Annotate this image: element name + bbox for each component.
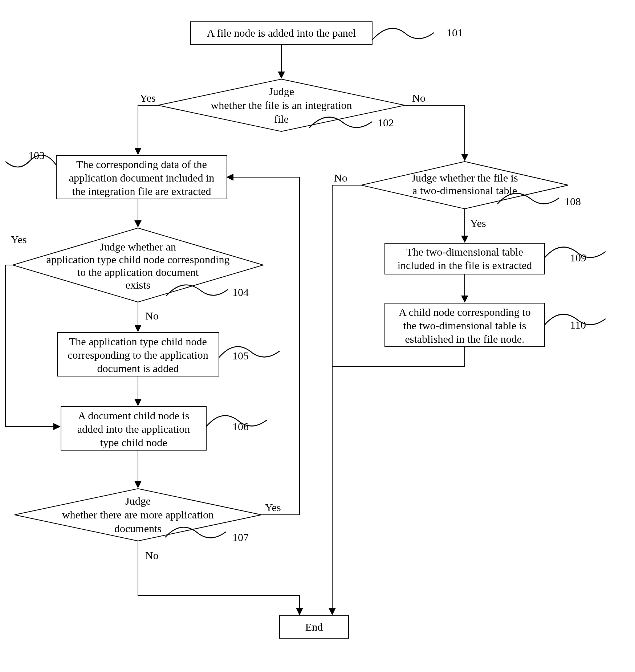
ref-104: 104 <box>232 286 249 298</box>
node-109-l2: included in the file is extracted <box>398 259 532 271</box>
node-104-l2: application type child node correspondin… <box>46 253 230 265</box>
label-108-no: No <box>334 172 347 184</box>
arrow-110-end <box>332 347 465 367</box>
node-106-l2: added into the application <box>77 423 190 435</box>
node-105-l1: The application type child node <box>69 335 207 347</box>
label-104-no: No <box>145 310 159 322</box>
node-104-l3: to the application document <box>77 266 199 278</box>
label-108-yes: Yes <box>470 217 486 229</box>
node-105: The application type child node correspo… <box>57 333 219 376</box>
ref-107: 107 <box>232 531 249 543</box>
flowchart: A file node is added into the panel 101 … <box>0 0 635 672</box>
node-end: End <box>280 616 349 638</box>
node-109: The two-dimensional table included in th… <box>385 243 545 274</box>
ref-106: 106 <box>232 420 249 432</box>
arrow-102-108 <box>405 105 465 160</box>
arrow-107-end <box>138 541 300 615</box>
label-107-yes: Yes <box>265 501 281 513</box>
node-106-l3: type child node <box>100 436 167 448</box>
ref-105: 105 <box>232 350 249 362</box>
node-102-l1: Judge <box>269 85 294 97</box>
callout-105 <box>219 347 280 358</box>
node-103: The corresponding data of the applicatio… <box>56 155 227 199</box>
node-108-l2: a two-dimensional table <box>412 184 517 196</box>
node-106: A document child node is added into the … <box>61 407 206 450</box>
label-107-no: No <box>145 549 159 561</box>
node-103-l2: application document included in <box>69 172 215 184</box>
label-104-yes: Yes <box>11 233 27 245</box>
node-107-l2: whether there are more application <box>62 509 214 521</box>
arrow-104-106 <box>5 265 60 427</box>
node-105-l2: corresponding to the application <box>68 349 208 361</box>
arrow-102-103 <box>138 105 158 154</box>
ref-103: 103 <box>28 149 45 161</box>
ref-102: 102 <box>378 117 394 129</box>
node-102-l2: whether the file is an integration <box>211 99 352 111</box>
node-104-l1: Judge whether an <box>100 241 176 253</box>
node-107-l3: documents <box>114 522 162 534</box>
node-108-l1: Judge whether the file is <box>411 172 518 184</box>
node-110: A child node corresponding to the two-di… <box>385 303 545 347</box>
node-103-l1: The corresponding data of the <box>76 158 207 170</box>
node-108: Judge whether the file is a two-dimensio… <box>361 162 568 209</box>
node-103-l3: the integration file are extracted <box>72 185 211 197</box>
label-102-yes: Yes <box>140 92 156 104</box>
node-110-l1: A child node corresponding to <box>399 306 530 318</box>
node-107-l1: Judge <box>125 495 151 507</box>
callout-101 <box>372 28 434 40</box>
node-109-l1: The two-dimensional table <box>406 246 523 258</box>
node-104-l4: exists <box>126 279 150 291</box>
arrow-108-end <box>332 185 361 615</box>
node-102-l3: file <box>274 113 289 125</box>
node-106-l1: A document child node is <box>78 410 190 421</box>
ref-108: 108 <box>565 195 581 207</box>
label-102-no: No <box>412 92 426 104</box>
ref-110: 110 <box>570 319 586 331</box>
node-105-l3: document is added <box>97 362 179 374</box>
node-102: Judge whether the file is an integration… <box>158 79 405 131</box>
node-end-text: End <box>305 621 323 633</box>
arrow-107-103 <box>227 177 300 515</box>
node-110-l3: established in the file node. <box>405 333 524 345</box>
node-101: A file node is added into the panel <box>191 22 372 44</box>
node-110-l2: the two-dimensional table is <box>403 319 526 331</box>
node-101-text: A file node is added into the panel <box>207 27 356 39</box>
ref-101: 101 <box>447 27 463 38</box>
ref-109: 109 <box>570 252 586 264</box>
